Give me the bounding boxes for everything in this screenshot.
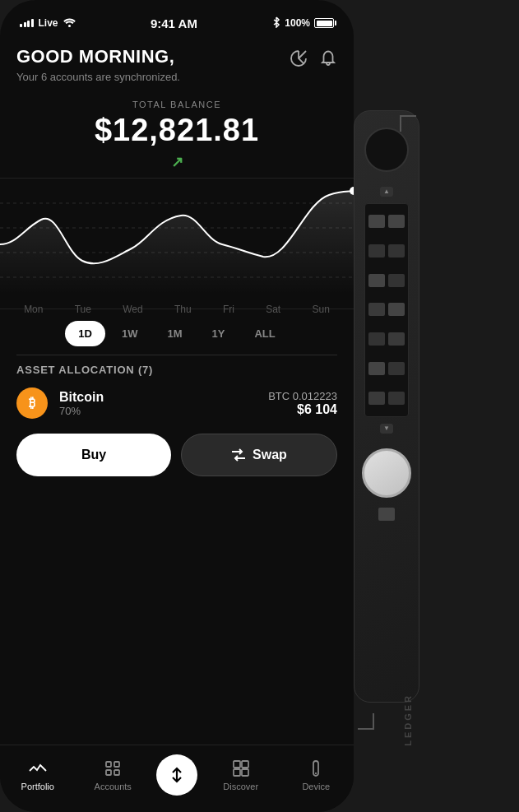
ledger-side-icon [378, 508, 395, 521]
screen-icon-11 [368, 362, 385, 375]
swap-icon [231, 448, 246, 462]
portfolio-icon [28, 759, 48, 778]
asset-values-bitcoin: BTC 0.012223 $6 104 [268, 390, 337, 417]
signal-icon [20, 19, 34, 27]
timeframe-all[interactable]: ALL [241, 321, 288, 346]
greeting-block: GOOD MORNING, Your 6 accounts are synchr… [16, 46, 180, 83]
screen-icon-6 [388, 274, 405, 287]
screen-icon-7 [368, 303, 385, 316]
timeframe-1m[interactable]: 1M [154, 321, 195, 346]
ledger-down-button[interactable]: ▼ [380, 424, 393, 434]
svg-point-0 [68, 25, 71, 27]
svg-rect-7 [106, 770, 111, 775]
ledger-corner-br [358, 713, 374, 730]
status-left: Live [20, 17, 76, 30]
status-bar: Live 9:41 AM 100% [0, 0, 354, 36]
nav-transfer-center [151, 754, 203, 796]
screen-icon-3 [368, 244, 385, 258]
ledger-up-button[interactable]: ▲ [380, 187, 393, 197]
chart-svg [0, 179, 354, 294]
bitcoin-icon: ₿ [16, 387, 48, 419]
phone-frame: Live 9:41 AM 100% [0, 0, 354, 812]
header-section: GOOD MORNING, Your 6 accounts are synchr… [16, 46, 337, 83]
asset-name-bitcoin: Bitcoin [59, 390, 257, 405]
transfer-button[interactable] [156, 754, 197, 796]
chart-label-wed: Wed [123, 304, 142, 315]
ledger-device: ▲ ▼ LEDGER [329, 0, 428, 812]
chart-label-mon: Mon [24, 304, 43, 315]
nav-accounts[interactable]: Accounts [75, 759, 150, 791]
chart-pie-icon[interactable] [290, 49, 308, 67]
time-display: 9:41 AM [151, 16, 197, 30]
ledger-top-circle [364, 128, 409, 172]
screen-icon-4 [388, 244, 405, 258]
accounts-label: Accounts [95, 782, 132, 791]
screen-icon-9 [368, 332, 385, 346]
asset-crypto-bitcoin: BTC 0.012223 [268, 390, 337, 402]
main-content: GOOD MORNING, Your 6 accounts are synchr… [0, 36, 354, 745]
balance-trend: ↗ [16, 153, 337, 171]
chart-label-sat: Sat [266, 304, 280, 315]
swap-label: Swap [253, 448, 287, 462]
chart-label-tue: Tue [75, 304, 91, 315]
bluetooth-icon [272, 16, 280, 30]
screen-icon-2 [388, 215, 405, 228]
nav-discover[interactable]: Discover [203, 759, 278, 791]
svg-rect-9 [114, 770, 119, 775]
timeframe-1d[interactable]: 1D [65, 321, 105, 346]
balance-amount: $12,821.81 [16, 113, 337, 148]
svg-rect-13 [234, 769, 240, 776]
asset-usd-bitcoin: $6 104 [268, 402, 337, 417]
greeting-subtitle: Your 6 accounts are synchronized. [16, 71, 180, 83]
nav-portfolio[interactable]: Portfolio [0, 759, 75, 791]
screen-icon-12 [388, 362, 405, 375]
accounts-icon [103, 759, 123, 778]
ledger-confirm-button[interactable] [362, 448, 411, 498]
chart-label-thu: Thu [174, 304, 192, 315]
carrier-label: Live [39, 17, 58, 29]
greeting-title: GOOD MORNING, [16, 46, 180, 67]
ledger-body: ▲ ▼ [354, 110, 419, 703]
trend-arrow-icon: ↗ [171, 153, 183, 171]
balance-label: TOTAL BALANCE [16, 100, 337, 109]
timeframe-1y[interactable]: 1Y [199, 321, 239, 346]
chart-label-fri: Fri [223, 304, 234, 315]
screen-icon-10 [388, 332, 405, 346]
device-icon [306, 759, 326, 778]
screen-icon-8 [388, 303, 405, 316]
chart-label-sun: Sun [312, 304, 329, 315]
ledger-corner-tl [400, 115, 416, 132]
buy-button[interactable]: Buy [16, 434, 171, 476]
asset-pct-bitcoin: 70% [59, 405, 257, 417]
section-divider [16, 355, 337, 355]
swap-button[interactable]: Swap [181, 434, 337, 476]
ledger-screen [364, 203, 409, 417]
chart-section: Mon Tue Wed Thu Fri Sat Sun [0, 178, 354, 309]
svg-rect-14 [242, 769, 248, 776]
asset-item-bitcoin: ₿ Bitcoin 70% BTC 0.012223 $6 104 [16, 387, 337, 419]
svg-rect-6 [106, 762, 111, 767]
screen-icon-5 [368, 274, 385, 287]
transfer-icon [168, 766, 186, 784]
discover-icon [231, 759, 251, 778]
battery-label: 100% [285, 17, 310, 29]
timeframe-1w[interactable]: 1W [109, 321, 151, 346]
asset-allocation-title: ASSET ALLOCATION (7) [16, 364, 337, 376]
chart-x-labels: Mon Tue Wed Thu Fri Sat Sun [0, 297, 354, 315]
device-label: Device [302, 782, 330, 791]
screen-icon-1 [368, 215, 385, 228]
asset-info-bitcoin: Bitcoin 70% [59, 390, 257, 417]
ledger-brand-label: LEDGER [403, 694, 413, 746]
wifi-icon [63, 17, 76, 30]
screen-icon-13 [368, 392, 385, 405]
screen-icon-14 [388, 392, 405, 405]
timeframe-selector: 1D 1W 1M 1Y ALL [16, 321, 337, 346]
svg-rect-12 [242, 761, 248, 768]
balance-section: TOTAL BALANCE $12,821.81 ↗ [16, 100, 337, 171]
svg-rect-8 [114, 762, 119, 767]
portfolio-label: Portfolio [21, 782, 54, 791]
action-buttons: Buy Swap [16, 434, 337, 485]
svg-rect-11 [234, 761, 240, 768]
bottom-nav: Portfolio Accounts [0, 745, 354, 812]
discover-label: Discover [223, 782, 258, 791]
